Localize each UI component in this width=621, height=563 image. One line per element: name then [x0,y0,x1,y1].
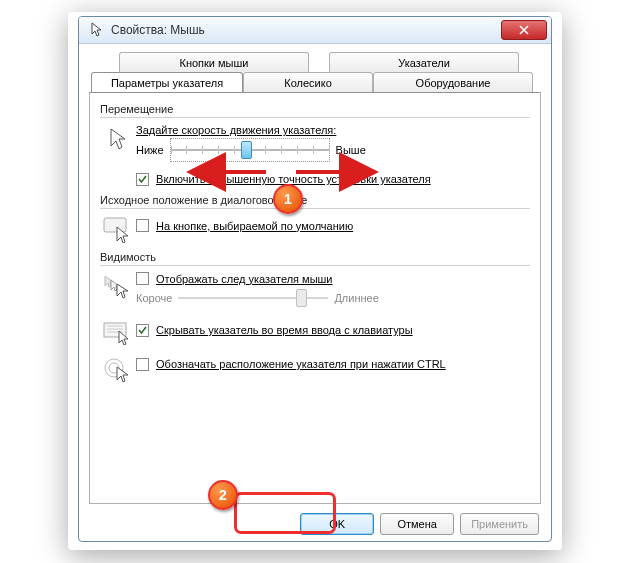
trails-length-thumb [296,289,307,307]
pointer-speed-icon [100,124,136,152]
group-snapto-title: Исходное положение в диалоговом окне [100,194,530,206]
pointer-speed-slider[interactable] [170,138,330,162]
ctrl-locate-checkbox[interactable] [136,358,149,371]
svg-rect-0 [104,218,126,232]
tab-hardware[interactable]: Оборудование [373,72,533,92]
titlebar[interactable]: Свойства: Мышь [79,17,551,44]
cancel-button[interactable]: Отмена [380,513,454,535]
hide-typing-label[interactable]: Скрывать указатель во время ввода с клав… [156,324,413,336]
mouse-properties-window: Свойства: Мышь Кнопки мыши Указатели Пар… [78,16,552,542]
ctrl-locate-label[interactable]: Обозначать расположение указателя при на… [156,358,446,370]
dialog-button-row: OK Отмена Применить [79,513,551,535]
ctrl-locate-icon [100,355,136,383]
pointer-speed-thumb[interactable] [241,141,252,159]
tab-strip: Кнопки мыши Указатели Параметры указател… [89,52,541,92]
snapto-label[interactable]: На кнопке, выбираемой по умолчанию [156,220,353,232]
trails-longer-label: Длиннее [334,292,378,304]
trails-shorter-label: Короче [136,292,172,304]
tab-buttons[interactable]: Кнопки мыши [119,52,309,72]
trails-checkbox[interactable] [136,272,149,285]
annotation-badge-2: 2 [208,480,238,510]
tab-panel-pointer-options: Перемещение Задайте скорость движения ук… [89,92,541,504]
tab-pointer-options[interactable]: Параметры указателя [91,72,243,92]
speed-label: Задайте скорость движения указателя: [136,124,336,136]
hide-typing-icon [100,319,136,345]
group-visibility-title: Видимость [100,251,530,263]
apply-button: Применить [460,513,539,535]
window-title: Свойства: Мышь [111,23,205,37]
speed-high-label: Выше [336,144,366,156]
hide-typing-checkbox[interactable] [136,324,149,337]
trails-length-slider [178,287,328,309]
ok-button[interactable]: OK [300,513,374,535]
trails-label[interactable]: Отображать след указателя мыши [156,273,332,285]
group-motion-title: Перемещение [100,103,530,115]
trails-icon [100,272,136,300]
enhance-precision-checkbox[interactable] [136,173,149,186]
tab-pointers[interactable]: Указатели [329,52,519,72]
speed-low-label: Ниже [136,144,164,156]
close-button[interactable] [501,20,547,40]
annotation-badge-1: 1 [273,184,303,214]
enhance-precision-label[interactable]: Включить повышенную точность установки у… [156,173,431,185]
snapto-checkbox[interactable] [136,219,149,232]
mouse-icon [89,22,105,38]
tab-wheel[interactable]: Колесико [243,72,373,92]
snapto-icon [100,215,136,243]
